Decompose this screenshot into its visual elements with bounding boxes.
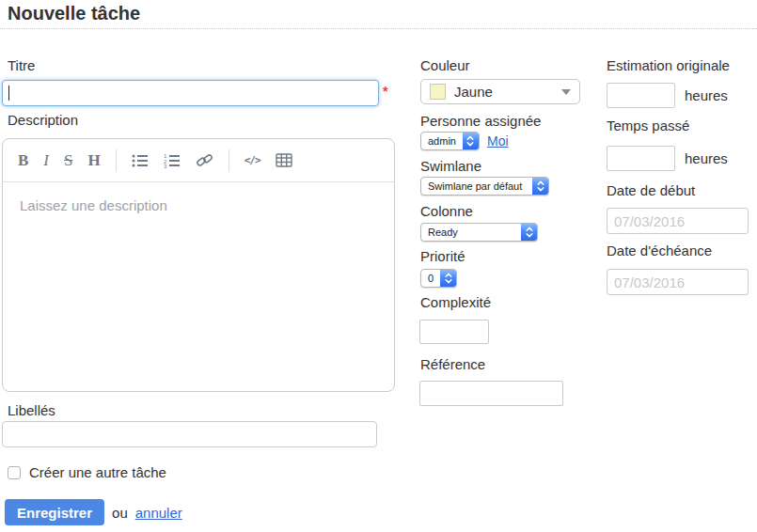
link-icon[interactable] xyxy=(196,152,213,168)
color-selected-value: Jaune xyxy=(454,84,493,100)
or-text: ou xyxy=(112,505,128,521)
description-placeholder: Laissez une description xyxy=(20,197,167,213)
reference-label: Référence xyxy=(420,356,485,372)
estimate-input[interactable] xyxy=(607,83,675,108)
title-input[interactable] xyxy=(2,80,379,106)
assign-to-me-link[interactable]: Moi xyxy=(487,133,509,149)
heading-icon[interactable]: H xyxy=(87,152,100,168)
start-date-input[interactable] xyxy=(607,208,749,234)
complexity-label: Complexité xyxy=(420,294,491,310)
select-stepper-icon xyxy=(521,224,537,241)
toolbar-separator xyxy=(229,149,229,172)
select-stepper-icon xyxy=(440,270,456,287)
description-label: Description xyxy=(8,112,78,128)
color-dropdown[interactable]: Jaune xyxy=(420,79,580,104)
new-task-page: Nouvelle tâche Titre * Description B I S… xyxy=(0,0,757,532)
toolbar-separator xyxy=(116,149,117,172)
text-caret xyxy=(8,86,9,101)
color-label: Couleur xyxy=(420,57,470,73)
labels-input[interactable] xyxy=(2,421,377,447)
column-selected-value: Ready xyxy=(428,227,458,238)
due-date-input[interactable] xyxy=(607,269,749,295)
title-label: Titre xyxy=(8,57,35,73)
unordered-list-icon[interactable] xyxy=(132,153,149,168)
spent-label: Temps passé xyxy=(607,117,689,133)
svg-text:3: 3 xyxy=(164,164,167,168)
column-label: Colonne xyxy=(420,203,473,219)
create-another-label: Créer une autre tâche xyxy=(29,464,166,480)
due-date-label: Date d'échéance xyxy=(607,243,712,258)
swimlane-label: Swimlane xyxy=(420,158,481,174)
chevron-down-icon xyxy=(561,89,571,95)
table-icon[interactable] xyxy=(276,153,292,167)
column-select[interactable]: Ready xyxy=(420,223,538,242)
priority-label: Priorité xyxy=(420,248,465,264)
estimate-label: Estimation originale xyxy=(607,57,730,73)
editor-toolbar: B I S H 123 xyxy=(3,139,394,182)
spent-input[interactable] xyxy=(607,146,675,171)
color-swatch-yellow xyxy=(430,84,446,100)
form-actions: Enregistrer ou annuler xyxy=(5,499,182,525)
italic-icon[interactable]: I xyxy=(43,152,49,168)
ordered-list-icon[interactable]: 123 xyxy=(164,153,181,168)
complexity-input[interactable] xyxy=(419,320,489,344)
reference-input[interactable] xyxy=(419,381,563,406)
swimlane-select[interactable]: Swimlane par défaut xyxy=(420,177,549,196)
description-textarea[interactable]: Laissez une description xyxy=(3,182,394,391)
save-button[interactable]: Enregistrer xyxy=(5,499,104,525)
select-stepper-icon xyxy=(532,178,548,195)
page-header: Nouvelle tâche xyxy=(0,0,757,29)
start-date-label: Date de début xyxy=(607,182,695,198)
assignee-selected-value: admin xyxy=(428,135,456,147)
select-stepper-icon xyxy=(463,133,479,149)
bold-icon[interactable]: B xyxy=(18,152,28,168)
strikethrough-icon[interactable]: S xyxy=(64,152,72,168)
labels-label: Libellés xyxy=(8,402,55,418)
description-editor: B I S H 123 xyxy=(2,138,395,392)
cancel-link[interactable]: annuler xyxy=(135,505,182,521)
priority-select[interactable]: 0 xyxy=(420,269,457,288)
title-field-wrap xyxy=(2,80,379,106)
create-another-checkbox[interactable] xyxy=(8,466,21,479)
code-icon[interactable]: </> xyxy=(244,155,260,165)
assignee-label: Personne assignée xyxy=(420,113,541,129)
required-asterisk: * xyxy=(383,84,387,99)
estimate-unit: heures xyxy=(685,87,728,103)
assignee-select[interactable]: admin xyxy=(420,132,480,150)
swimlane-selected-value: Swimlane par défaut xyxy=(428,180,522,192)
page-title: Nouvelle tâche xyxy=(8,0,757,27)
spent-unit: heures xyxy=(685,150,728,166)
priority-selected-value: 0 xyxy=(428,273,434,284)
